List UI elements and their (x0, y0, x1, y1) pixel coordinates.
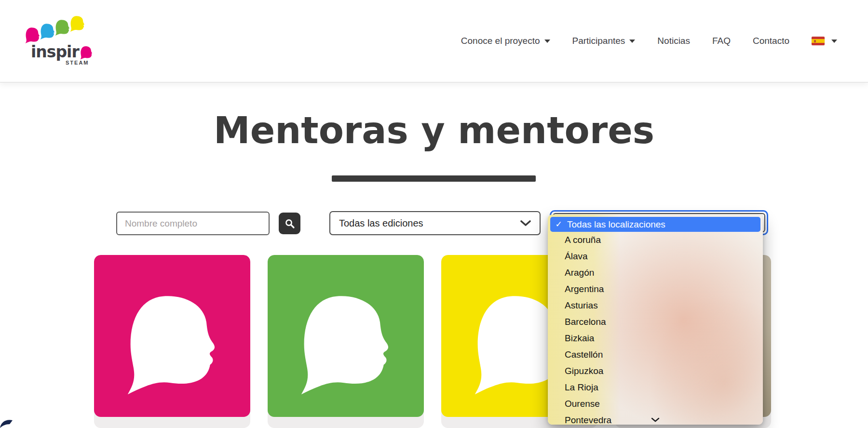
page: inspir STEAM Conoce el proyecto Particip… (0, 0, 868, 428)
search-input[interactable] (116, 212, 270, 235)
mentor-avatar-pink (94, 255, 250, 417)
mentor-card[interactable] (268, 255, 424, 428)
brand-name: inspir (31, 42, 79, 61)
brand-a-head-icon (80, 46, 93, 60)
title-underline (332, 175, 536, 182)
option-ourense[interactable]: Ourense (548, 396, 763, 412)
chevron-down-icon (544, 40, 550, 43)
language-selector[interactable] (812, 37, 837, 45)
option-todas-las-localizaciones[interactable]: ✓ Todas las localizaciones (550, 217, 760, 232)
scroll-down-indicator[interactable] (548, 417, 763, 422)
option-aragon[interactable]: Aragón (548, 265, 763, 281)
option-gipuzkoa[interactable]: Gipuzkoa (548, 363, 763, 379)
nav-item-contacto[interactable]: Contacto (753, 36, 789, 46)
option-alava[interactable]: Álava (548, 248, 763, 265)
header: inspir STEAM Conoce el proyecto Particip… (0, 0, 868, 82)
mentor-avatar-green (268, 255, 424, 417)
option-la-rioja[interactable]: La Rioja (548, 379, 763, 396)
search-icon (285, 218, 295, 229)
nav-item-noticias[interactable]: Noticias (657, 36, 690, 46)
editions-select[interactable]: Todas las ediciones (329, 211, 541, 235)
nav-item-conoce-el-proyecto[interactable]: Conoce el proyecto (461, 36, 550, 46)
main-nav: Conoce el proyecto Participantes Noticia… (461, 0, 837, 82)
chevron-down-icon (520, 220, 531, 227)
chevron-down-icon (629, 40, 635, 43)
option-bizkaia[interactable]: Bizkaia (548, 330, 763, 347)
head-silhouette-icon (299, 293, 392, 396)
option-asturias[interactable]: Asturias (548, 297, 763, 314)
locations-dropdown: ✓ Todas las localizaciones A coruña Álav… (548, 214, 763, 425)
spain-flag-icon (812, 37, 825, 45)
nav-item-participantes[interactable]: Participantes (572, 36, 636, 46)
editions-select-value: Todas las ediciones (339, 218, 423, 229)
search-button[interactable] (279, 213, 300, 234)
chevron-down-icon (651, 417, 660, 422)
page-title: Mentoras y mentores (0, 109, 868, 152)
nav-item-faq[interactable]: FAQ (712, 36, 731, 46)
mentor-card[interactable] (94, 255, 250, 428)
brand-tagline: STEAM (66, 60, 89, 66)
option-argentina[interactable]: Argentina (548, 281, 763, 297)
option-barcelona[interactable]: Barcelona (548, 314, 763, 330)
chevron-down-icon (831, 40, 837, 43)
check-icon: ✓ (550, 219, 567, 229)
corner-decoration (0, 417, 14, 428)
head-silhouette-icon (126, 293, 218, 396)
logo[interactable]: inspir STEAM (25, 14, 97, 68)
option-castellon[interactable]: Castellón (548, 347, 763, 363)
option-a-coruna[interactable]: A coruña (548, 232, 763, 248)
